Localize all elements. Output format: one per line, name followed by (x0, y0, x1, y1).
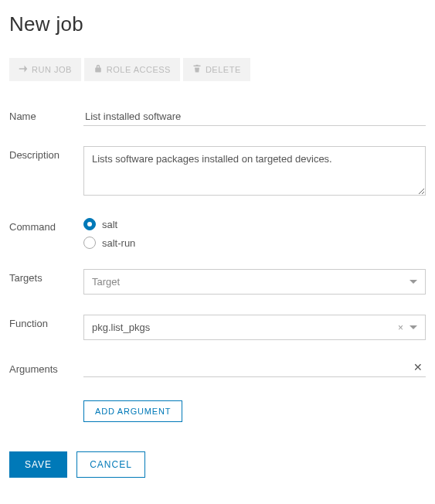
delete-button[interactable]: DELETE (183, 58, 250, 81)
description-label: Description (9, 146, 83, 161)
chevron-down-icon (410, 325, 417, 329)
function-label: Function (9, 315, 83, 329)
chevron-down-icon (410, 280, 417, 284)
argument-row: ✕ (83, 360, 426, 377)
name-input[interactable] (83, 107, 426, 126)
run-job-button[interactable]: RUN JOB (9, 58, 81, 81)
clear-function-icon[interactable]: × (398, 322, 403, 333)
toolbar: RUN JOB ROLE ACCESS DELETE (9, 58, 426, 81)
add-argument-button[interactable]: ADD ARGUMENT (83, 400, 182, 422)
targets-label: Targets (9, 269, 83, 284)
radio-selected-icon (83, 218, 96, 230)
page-title: New job (9, 12, 426, 36)
command-radio-salt-run[interactable]: salt-run (83, 237, 426, 249)
cancel-button[interactable]: CANCEL (76, 451, 145, 478)
arguments-label: Arguments (9, 360, 83, 375)
argument-input[interactable] (83, 360, 410, 373)
play-icon (19, 64, 28, 75)
radio-unselected-icon (83, 237, 96, 249)
delete-label: DELETE (206, 65, 241, 74)
name-label: Name (9, 107, 83, 122)
role-access-label: ROLE ACCESS (107, 65, 171, 74)
lock-icon (93, 64, 103, 75)
footer-actions: SAVE CANCEL (9, 451, 426, 478)
targets-placeholder: Target (92, 276, 120, 288)
run-job-label: RUN JOB (32, 65, 72, 74)
role-access-button[interactable]: ROLE ACCESS (84, 58, 180, 81)
remove-argument-icon[interactable]: ✕ (410, 361, 426, 373)
save-button[interactable]: SAVE (9, 451, 67, 478)
command-radio-salt[interactable]: salt (83, 218, 426, 230)
description-textarea[interactable]: Lists software packages installed on tar… (83, 146, 426, 196)
command-option-salt-run-label: salt-run (102, 237, 135, 249)
trash-icon (192, 64, 202, 75)
command-option-salt-label: salt (102, 219, 117, 230)
function-value: pkg.list_pkgs (92, 322, 150, 333)
targets-select[interactable]: Target (83, 269, 426, 295)
command-label: Command (9, 218, 83, 233)
function-select[interactable]: pkg.list_pkgs × (83, 315, 426, 340)
